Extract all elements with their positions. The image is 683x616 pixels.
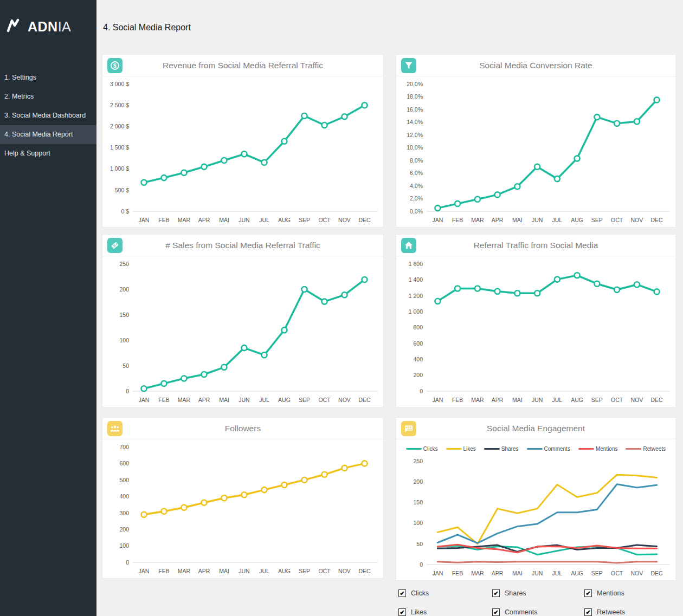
svg-text:100: 100 [119,542,129,549]
svg-text:SEP: SEP [299,397,310,403]
svg-text:JUN: JUN [239,217,249,223]
legend-item-likes: Likes [446,446,476,452]
svg-text:10,0%: 10,0% [407,144,423,151]
svg-text:2,0%: 2,0% [410,195,423,202]
sidebar-item-settings[interactable]: 1. Settings [0,68,96,87]
legend-item-mentions: Mentions [578,446,618,452]
conversion-rate-chart: 20,0%18,0%16,0%14,0%12,0%10,0%8,0%6,0%4,… [396,76,675,226]
svg-text:MAI: MAI [219,217,229,223]
svg-text:MAI: MAI [219,568,229,574]
legend-label: Retweets [643,446,666,452]
panel-referral-traffic: Referral Traffic from Social Media 1 600… [396,234,676,407]
chart-title-sales: # Sales from Social Media Referral Traff… [102,235,383,256]
svg-text:NOV: NOV [338,568,351,574]
svg-text:MAI: MAI [219,397,229,403]
svg-text:50: 50 [123,362,129,369]
svg-text:SEP: SEP [299,217,310,223]
svg-text:JUN: JUN [532,397,543,403]
svg-text:1 200: 1 200 [409,293,423,299]
svg-text:$: $ [113,62,117,69]
panel-revenue: $ Revenue from Social Media Referral Tra… [102,54,384,228]
svg-text:0,0%: 0,0% [410,208,423,215]
svg-text:APR: APR [492,397,504,403]
svg-text:AUG: AUG [571,397,583,403]
svg-text:MAR: MAR [178,568,191,574]
sidebar-item-metrics[interactable]: 2. Metrics [0,87,96,106]
svg-text:MAR: MAR [471,397,484,403]
svg-text:JUL: JUL [259,217,269,223]
followers-chart: 7006005004003002001000JANFEBMARAPRMAIJUN… [102,439,383,578]
checkbox-retweets[interactable]: ✔ Retweets [584,608,676,616]
chart-title-engagement: Social Media Engagement [396,418,675,439]
svg-text:JUN: JUN [532,217,543,223]
sidebar-item-help-support[interactable]: Help & Support [0,144,96,163]
adnia-logo-text: ADNIA [28,19,71,35]
svg-text:1 000: 1 000 [409,308,423,315]
svg-text:16,0%: 16,0% [407,106,423,113]
svg-text:MAR: MAR [178,217,191,223]
funnel-icon [401,58,416,73]
panel-sales: # Sales from Social Media Referral Traff… [102,234,384,407]
svg-text:4,0%: 4,0% [410,183,423,189]
svg-text:DEC: DEC [358,568,371,574]
svg-text:DEC: DEC [651,570,663,576]
svg-text:APR: APR [492,570,504,576]
svg-text:700: 700 [119,444,129,450]
checkbox-clicks-label: Clicks [411,589,429,597]
svg-text:OCT: OCT [318,568,331,574]
svg-text:JUN: JUN [239,568,249,574]
svg-text:JAN: JAN [139,397,150,403]
legend-swatch [406,448,422,450]
svg-text:APR: APR [492,217,504,223]
adnia-logo: ADNIA [0,0,96,35]
svg-text:300: 300 [119,510,129,516]
checkbox-likes[interactable]: ✔ Likes [398,608,492,616]
checkbox-clicks-box[interactable]: ✔ [398,589,406,597]
svg-text:8,0%: 8,0% [410,157,423,164]
sidebar-item-social-media-report[interactable]: 4. Social Media Report [0,125,96,144]
checkbox-comments-box[interactable]: ✔ [492,608,500,616]
svg-text:JUL: JUL [552,217,563,223]
svg-text:NOV: NOV [630,217,643,223]
dollar-icon: $ [107,58,123,73]
svg-text:100: 100 [119,337,129,343]
svg-text:500: 500 [119,477,129,483]
svg-text:JAN: JAN [139,217,150,223]
checkbox-shares[interactable]: ✔ Shares [492,589,584,597]
svg-text:NOV: NOV [630,570,643,576]
svg-text:1 000 $: 1 000 $ [110,165,129,172]
checkbox-retweets-box[interactable]: ✔ [584,608,592,616]
svg-text:NOV: NOV [338,217,351,223]
checkbox-clicks[interactable]: ✔ Clicks [398,589,492,597]
svg-text:DEC: DEC [358,397,371,403]
checkbox-likes-box[interactable]: ✔ [398,608,406,616]
panel-followers: Followers 7006005004003002001000JANFEBMA… [102,417,384,579]
svg-text:0: 0 [420,388,423,394]
svg-text:1 400: 1 400 [409,276,423,283]
checkbox-comments[interactable]: ✔ Comments [492,608,584,616]
checkbox-mentions[interactable]: ✔ Mentions [584,589,676,597]
svg-text:600: 600 [119,460,129,466]
checkbox-shares-box[interactable]: ✔ [492,589,500,597]
sidebar-item-social-media-dashboard[interactable]: 3. Social Media Dashboard [0,106,96,125]
svg-text:FEB: FEB [158,397,169,403]
svg-text:FEB: FEB [452,397,463,403]
svg-text:400: 400 [413,356,423,362]
sales-chart: 250200150100500JANFEBMARAPRMAIJUNJULAUGS… [102,256,383,406]
revenue-chart: 3 000 $2 500 $2 000 $1 500 $1 000 $500 $… [102,76,383,226]
svg-text:SEP: SEP [591,397,603,403]
svg-text:JUL: JUL [259,568,269,574]
checkbox-comments-label: Comments [505,608,537,616]
svg-text:FEB: FEB [158,217,169,223]
svg-text:MAR: MAR [471,217,484,223]
legend-swatch [578,448,594,450]
checkbox-mentions-box[interactable]: ✔ [584,589,592,597]
series-checkbox-group: ✔ Clicks ✔ Shares ✔ Mentions ✔ Likes ✔ C… [396,588,676,616]
chart-title-referral-traffic: Referral Traffic from Social Media [396,235,675,256]
svg-text:100: 100 [413,520,423,526]
svg-text:14,0%: 14,0% [407,119,423,125]
svg-text:AUG: AUG [571,570,583,576]
svg-text:JUL: JUL [259,397,269,403]
svg-text:APR: APR [198,217,210,223]
svg-text:1 600: 1 600 [409,261,423,267]
